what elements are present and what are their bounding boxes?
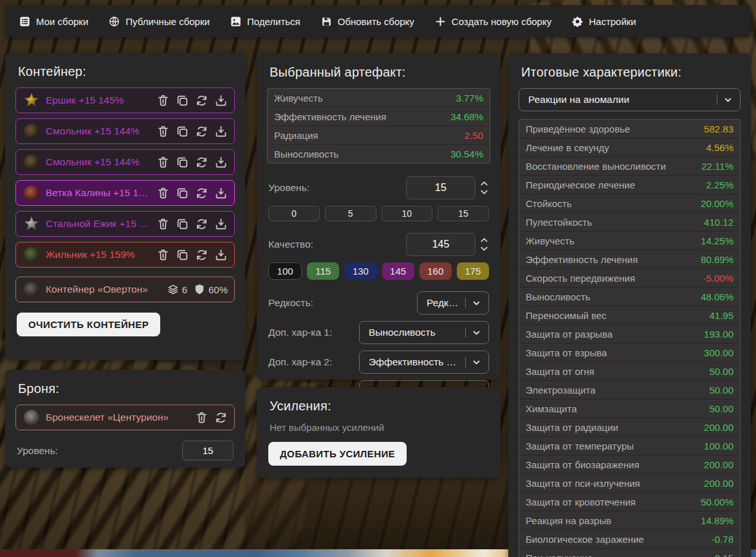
extra-stat-label: Доп. хар-ка 1:: [268, 327, 332, 338]
stat-row: Защита от кровотечения50.00%: [519, 493, 740, 511]
export-icon[interactable]: [214, 248, 228, 262]
container-protection: 60%: [194, 284, 228, 295]
container-panel: Контейнер: Ершик +15 145%Смольник +15 14…: [5, 53, 245, 360]
quality-down-icon[interactable]: [479, 245, 489, 253]
rarity-label: Редкость:: [268, 297, 313, 309]
copy-icon[interactable]: [176, 125, 189, 138]
stat-value: -0.15: [712, 552, 733, 557]
stat-value: 193.00: [704, 329, 733, 340]
level-preset-button[interactable]: 5: [325, 206, 376, 221]
stat-row: Выносливость30.54%: [268, 145, 490, 163]
summary-filter-select[interactable]: Реакции на аномалии: [519, 88, 741, 111]
nav-item-share[interactable]: Поделиться: [230, 16, 300, 27]
extra-stat-select-1[interactable]: Выносливость: [359, 321, 489, 344]
stat-value: 22.11%: [701, 161, 733, 172]
copy-icon[interactable]: [176, 248, 189, 262]
artifact-icon: [24, 93, 39, 108]
level-preset-button[interactable]: 15: [438, 206, 489, 221]
stat-label: Защита от взрыва: [526, 347, 607, 358]
refresh-icon[interactable]: [195, 94, 208, 107]
stat-value: 3.77%: [456, 93, 483, 104]
nav-item-label: Поделиться: [247, 16, 300, 27]
nav-item-settings[interactable]: Настройки: [572, 16, 636, 27]
quality-preset-button[interactable]: 160: [419, 262, 452, 280]
level-preset-button[interactable]: 10: [382, 206, 433, 221]
container-artifact-row[interactable]: Ветка Калины +15 145%: [15, 180, 235, 206]
stat-label: Защита от разрыва: [526, 329, 613, 340]
refresh-icon[interactable]: [195, 125, 208, 138]
rarity-select[interactable]: Редкий: [417, 291, 489, 315]
refresh-icon[interactable]: [214, 411, 228, 425]
export-icon[interactable]: [214, 94, 228, 107]
export-icon[interactable]: [214, 125, 228, 138]
trash-icon[interactable]: [156, 187, 170, 200]
level-preset-button[interactable]: 0: [268, 206, 320, 221]
trash-icon[interactable]: [156, 248, 170, 262]
container-info-row[interactable]: Контейнер «Овертон» 6 60%: [15, 277, 235, 302]
stat-row: Защита от взрыва300.00: [519, 343, 740, 362]
armor-panel: Броня: Бронескелет «Центурион» Уровень:: [5, 370, 245, 468]
chevron-down-icon: [471, 327, 482, 338]
container-icon: [24, 282, 39, 297]
stat-row: Защита от биозаражения200.00: [519, 455, 740, 474]
trash-icon[interactable]: [156, 125, 170, 138]
clear-container-button[interactable]: ОЧИСТИТЬ КОНТЕЙНЕР: [17, 313, 160, 336]
export-icon[interactable]: [214, 187, 228, 200]
container-artifact-row[interactable]: Смольник +15 144%: [15, 149, 235, 175]
add-boost-button[interactable]: ДОБАВИТЬ УСИЛЕНИЕ: [268, 442, 407, 466]
extra-stat-select-2[interactable]: Эффективность ле...: [359, 351, 489, 374]
copy-icon[interactable]: [176, 187, 189, 200]
armor-level-input[interactable]: [182, 441, 234, 461]
copy-icon[interactable]: [176, 156, 189, 169]
armor-panel-title: Броня:: [18, 381, 235, 396]
nav-item-my-builds[interactable]: Мои сборки: [19, 16, 88, 27]
trash-icon[interactable]: [156, 94, 170, 107]
container-artifact-row[interactable]: Стальной Ежик +15 145%: [15, 211, 235, 237]
refresh-icon[interactable]: [195, 156, 208, 169]
nav-item-public-builds[interactable]: Публичные сборки: [109, 16, 210, 27]
nav-item-create-build[interactable]: Создать новую сборку: [435, 16, 551, 27]
container-artifact-row[interactable]: Ершик +15 145%: [15, 87, 235, 113]
refresh-icon[interactable]: [195, 187, 208, 200]
stat-value: 80.69%: [701, 254, 733, 265]
refresh-icon[interactable]: [195, 248, 208, 262]
stat-label: Скорость передвижения: [526, 273, 635, 284]
copy-icon[interactable]: [176, 94, 189, 107]
nav-item-label: Публичные сборки: [125, 16, 210, 27]
summary-panel: Итоговые характеристики: Реакции на аном…: [508, 53, 751, 557]
nav-item-update-build[interactable]: Обновить сборку: [321, 16, 414, 27]
nav-item-label: Мои сборки: [36, 16, 88, 27]
copy-icon[interactable]: [176, 217, 189, 231]
plus-icon: [435, 16, 446, 27]
stat-value: 410.12: [704, 217, 733, 228]
container-artifact-row[interactable]: Смольник +15 144%: [15, 118, 235, 144]
level-input[interactable]: [406, 176, 475, 199]
refresh-icon[interactable]: [195, 217, 208, 231]
quality-input[interactable]: [406, 233, 475, 256]
trash-icon[interactable]: [156, 156, 170, 169]
quality-preset-button[interactable]: 130: [344, 262, 376, 280]
level-up-icon[interactable]: [479, 179, 489, 187]
trash-icon[interactable]: [156, 217, 170, 231]
armor-icon: [24, 410, 39, 425]
export-icon[interactable]: [214, 156, 228, 169]
quality-up-icon[interactable]: [479, 236, 489, 244]
level-down-icon[interactable]: [479, 188, 489, 196]
armor-item-row[interactable]: Бронескелет «Центурион»: [15, 405, 235, 430]
selected-artifact-panel: Выбранный артефакт: Живучесть3.77%Эффект…: [257, 53, 501, 379]
stat-value: -5.00%: [703, 273, 733, 284]
stat-row: Биологическое заражение-0.78: [519, 530, 740, 549]
quality-preset-button[interactable]: 115: [307, 262, 339, 280]
stat-label: Выносливость: [274, 149, 338, 160]
stat-label: Защита от радиации: [526, 422, 618, 433]
stat-value: 4.56%: [706, 142, 733, 153]
export-icon[interactable]: [214, 217, 228, 231]
quality-preset-button[interactable]: 175: [457, 262, 489, 280]
quality-preset-button[interactable]: 145: [382, 262, 414, 280]
container-artifact-row[interactable]: Жильник +15 159%: [15, 242, 235, 268]
quality-preset-button[interactable]: 100: [268, 262, 302, 280]
armor-level-label: Уровень:: [17, 445, 58, 457]
stat-value: 582.83: [704, 123, 733, 134]
gear-icon: [572, 16, 583, 27]
trash-icon[interactable]: [195, 411, 208, 425]
